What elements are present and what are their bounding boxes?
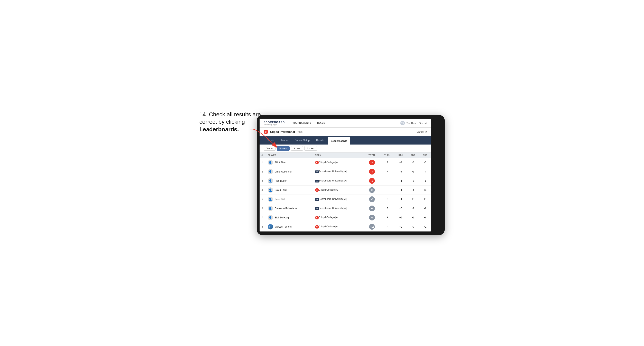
cell-rd1: +1 xyxy=(395,176,407,185)
cell-rd3: -5 xyxy=(419,158,431,167)
cancel-button[interactable]: Cancel ✕ xyxy=(416,131,427,133)
nav-teams[interactable]: TEAMS xyxy=(314,119,328,128)
col-rd2: RD2 xyxy=(407,153,419,158)
cell-rd1: -5 xyxy=(395,167,407,176)
tab-results[interactable]: Results xyxy=(313,136,328,145)
team-scoreboard-logo: SB xyxy=(315,198,319,201)
table-row: 7👤Blair McHargCClippd College [A]+9F+2+1… xyxy=(260,213,431,222)
instruction-body: Check all results are correct by clickin… xyxy=(200,111,261,125)
tablet-frame: SCOREBOARD Powered by clippd TOURNAMENTS… xyxy=(257,115,445,235)
cell-team: CClippd College [A] xyxy=(313,158,364,167)
cell-thru: F xyxy=(380,195,395,204)
score-badge: E xyxy=(369,187,375,193)
col-rd3: RD3 xyxy=(419,153,431,158)
cell-total: +11 xyxy=(364,222,380,231)
cell-rd1: +1 xyxy=(395,195,407,204)
cell-rd3: +3 xyxy=(419,185,431,195)
cell-thru: F xyxy=(380,213,395,222)
player-avatar: 👤 xyxy=(268,206,273,211)
cell-rank: 6 xyxy=(260,204,266,213)
player-avatar: 👤 xyxy=(268,160,273,165)
cell-player: 👤Blair McHarg xyxy=(266,213,313,222)
cell-rd3: -1 xyxy=(419,176,431,185)
tab-teams[interactable]: Teams xyxy=(278,136,291,145)
cell-rd2: -4 xyxy=(407,185,419,195)
sign-out-link[interactable]: Sign out xyxy=(419,122,427,124)
filter-players[interactable]: Players xyxy=(277,146,290,151)
cell-thru: F xyxy=(380,167,395,176)
col-rd1: RD1 xyxy=(395,153,407,158)
score-badge: +11 xyxy=(369,224,375,230)
filter-teams[interactable]: Teams xyxy=(264,146,276,151)
team-clippd-logo: C xyxy=(315,161,319,164)
table-row: 3👤Rich ButlerSBScoreboard University [A]… xyxy=(260,176,431,185)
app-navbar: SCOREBOARD Powered by clippd TOURNAMENTS… xyxy=(260,119,431,128)
cell-rank: 2 xyxy=(260,167,266,176)
cell-player: 👤Elliot Ebert xyxy=(266,158,313,167)
cell-rd3: -1 xyxy=(419,204,431,213)
nav-tournaments[interactable]: TOURNAMENTS xyxy=(290,119,314,128)
table-row: 1👤Elliot EbertCClippd College [A]-8F+3-6… xyxy=(260,158,431,167)
cell-total: -2 xyxy=(364,176,380,185)
cell-total: -4 xyxy=(364,167,380,176)
instruction-text: 14. Check all results are correct by cli… xyxy=(200,111,265,133)
score-badge: +9 xyxy=(369,215,375,220)
score-badge: -2 xyxy=(369,178,375,184)
cell-rd2: +5 xyxy=(407,167,419,176)
outer-wrapper: 14. Check all results are correct by cli… xyxy=(200,111,445,235)
cell-player: 👤Rees Britt xyxy=(266,195,313,204)
team-clippd-logo: C xyxy=(315,188,319,192)
team-scoreboard-logo: SB xyxy=(315,207,319,210)
table-row: 5👤Rees BrittSBScoreboard University [A]+… xyxy=(260,195,431,204)
logo-text: SCOREBOARD xyxy=(264,121,285,124)
tab-details[interactable]: Details xyxy=(264,136,278,145)
cell-thru: F xyxy=(380,222,395,231)
filter-bar: Teams Players Scores Strokes xyxy=(260,145,431,153)
instruction-bold: Leaderboards. xyxy=(200,126,239,133)
cell-rank: 8 xyxy=(260,222,266,231)
player-avatar: 👤 xyxy=(268,196,273,202)
tournament-category: (Men) xyxy=(297,131,303,133)
cell-team: SBScoreboard University [A] xyxy=(313,204,364,213)
tab-leaderboards[interactable]: Leaderboards xyxy=(328,137,350,145)
nav-right: TU Test User | Sign out xyxy=(400,121,427,125)
cell-thru: F xyxy=(380,158,395,167)
user-label: Test User | xyxy=(406,122,417,124)
tournament-header: C Clippd Invitational (Men) Cancel ✕ xyxy=(260,128,431,136)
team-scoreboard-logo: SB xyxy=(315,180,319,182)
team-clippd-logo: C xyxy=(315,216,319,219)
score-badge: +1 xyxy=(369,196,375,202)
filter-strokes[interactable]: Strokes xyxy=(304,146,317,151)
cell-rd2: -6 xyxy=(407,158,419,167)
cell-rd1: +3 xyxy=(395,158,407,167)
col-rank: # xyxy=(260,153,266,158)
cell-rd2: +1 xyxy=(407,213,419,222)
cell-player: 👤David Ford xyxy=(266,185,313,195)
table-row: 8MTMarcus TurnersCClippd College [A]+11F… xyxy=(260,222,431,231)
cell-player: 👤Chris Robertson xyxy=(266,167,313,176)
cell-rd2: E xyxy=(407,195,419,204)
cell-player: MTMarcus Turners xyxy=(266,222,313,231)
cell-rd1: +2 xyxy=(395,213,407,222)
cell-rd3: +6 xyxy=(419,213,431,222)
player-avatar: 👤 xyxy=(268,187,273,193)
cell-rd3: +2 xyxy=(419,222,431,231)
tab-bar: Details Teams Course Setup Results Leade… xyxy=(260,136,431,145)
tablet-screen: SCOREBOARD Powered by clippd TOURNAMENTS… xyxy=(260,119,431,231)
player-avatar: MT xyxy=(268,224,273,229)
step-number: 14. xyxy=(200,111,208,118)
cell-rd2: +7 xyxy=(407,222,419,231)
col-player: PLAYER xyxy=(266,153,313,158)
team-scoreboard-logo: SB xyxy=(315,171,319,173)
table-row: 6👤Cameron RobertsonSBScoreboard Universi… xyxy=(260,204,431,213)
user-avatar: TU xyxy=(400,121,405,125)
table-header-row: # PLAYER TEAM TOTAL THRU RD1 RD2 RD3 xyxy=(260,153,431,158)
tab-course-setup[interactable]: Course Setup xyxy=(292,136,313,145)
leaderboard-table: # PLAYER TEAM TOTAL THRU RD1 RD2 RD3 1👤E… xyxy=(260,153,431,231)
tournament-name: Clippd Invitational xyxy=(270,130,295,134)
cell-team: CClippd College [A] xyxy=(313,213,364,222)
cell-total: E xyxy=(364,185,380,195)
cell-thru: F xyxy=(380,204,395,213)
cell-thru: F xyxy=(380,176,395,185)
filter-scores[interactable]: Scores xyxy=(291,146,303,151)
